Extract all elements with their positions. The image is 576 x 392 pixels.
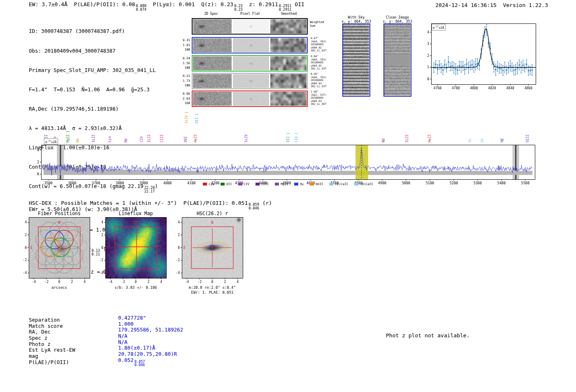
legend-label: Lyα [209,182,214,186]
legend-item: (H)CaII [354,182,373,186]
strip-right-annotations: 0.67" (664, 353) 20180409 v004_02 302_LL… [311,37,326,53]
hsc-mag-caption: m:20.8 re:2.0" s:0.4" [189,285,236,290]
hsc-image-canvas [170,215,247,285]
legend-item: CIII [255,182,269,186]
table-row: P(LAE)/P(OII)0.0520.0570.046 [29,359,183,365]
legend-swatch [203,183,207,186]
legend-label: Hγ [300,182,304,186]
cleanimage-frame [383,23,411,97]
legend-item: MgII [275,182,288,186]
cutout-2dspec-image [193,38,232,52]
cutout-smoothed-image [270,92,307,106]
info-line-seeing: F=1.4" T=0.153 N̄=1.06 A=0.96 ḡ=25.3 [29,86,158,93]
info-line-obs: Obs: 20180409v004_3000748387 [29,48,158,54]
legend-label: HeII [316,182,323,186]
strip-left-values: 0.24 1.56 188 [178,56,190,70]
cutout-2dspec-image [193,74,232,88]
spectrum-legend: LyαOIICIVCIIIMgIIHγHeII(K)CaII(H)CaII [41,182,535,186]
table-row: mag20.78(20.75,20.80)R [29,353,183,359]
hsc-ewr-caption: EWr: 1. PLAE: 0.051 [191,290,234,295]
cutout-row-fiber-2 [192,55,308,72]
strip-left-values: 0.21 1.73 188 [178,74,190,88]
cleanimage-title: Clean Image [386,15,409,19]
legend-item: Lyα [203,182,214,186]
cleanimage-coords: x, y: 664, 353 [383,19,412,23]
info-line-primary: Primary Spec_Slot_IFU_AMP: 302_035_041_L… [29,67,158,74]
legend-item: (K)CaII [329,182,348,186]
info-line-id: ID: 3000748387 (3000748387.pdf) [29,28,158,35]
cutout-2dspec-image [193,56,232,70]
weighted-sum-label: Weighted Sum [310,21,324,28]
column-title-smoothed: Smoothed [281,12,297,16]
cutout-row-fiber-3 [192,73,308,89]
cutout-smoothed-image [270,74,307,88]
legend-swatch [329,183,333,186]
cutout-pixelflat-image [233,19,269,33]
withsky-coords: x, y: 664, 353 [341,19,371,23]
timestamp-version: 2024-12-14 16:36:15 Version 1.22.3 [435,2,548,8]
table-row: Separation0.427728" [29,317,183,323]
cutout-smoothed-image [270,38,307,52]
spectral-line-label: SiIV } [185,111,189,123]
withsky-title: With Sky [348,15,365,19]
legend-swatch [294,183,298,186]
info-line-radec: RA,Dec (179.295746,51.189198) [29,106,158,112]
legend-swatch [354,183,358,186]
hsc-dex-match-line: HSC-DEX : Possible Matches = 1 (within +… [29,200,272,210]
table-row: RA, Dec179.295586, 51.189262 [29,329,183,335]
cutout-pixelflat-image [233,56,269,70]
legend-label: CIV [244,182,250,186]
legend-item: Hγ [294,182,304,186]
legend-swatch [221,183,225,186]
catalog-match-table: Separation0.427728" Match score1.000 RA,… [29,317,183,365]
zoom-spectrum-plot [424,20,539,93]
strip-right-annotations: 0.84" (664, 353) 20180409 v004_01 302_LL… [311,55,326,71]
column-title-pixel-flat: Pixel Flat [240,12,260,16]
legend-swatch [255,183,260,186]
summary-header-line: EW: 3.7±0.4Å P(LAE)/P(OII): 0.080.0880.0… [29,1,304,11]
cutout-smoothed-image [270,19,307,33]
cutout-pixelflat-image [233,74,269,88]
photz-note: Phot z plot not available. [386,332,470,339]
legend-swatch [238,183,242,186]
strip-right-annotations: 1.60" (661, 537) 20180409 v004_03 302_LL… [311,90,326,106]
cutout-row-fiber-4 [192,90,308,107]
withsky-image [343,24,369,95]
spectral-line-label: OII } [195,114,199,123]
cutout-smoothed-image [270,56,307,70]
table-row: Spec zN/A [29,335,183,341]
cutout-row-weighted-sum [192,18,308,35]
legend-label: (K)CaII [335,182,348,186]
withsky-frame [342,23,370,97]
legend-swatch [310,183,314,186]
column-title-2d-spec: 2D Spec [204,12,218,16]
legend-label: OII [226,182,232,186]
legend-swatch [275,183,279,186]
strip-left-values: 0.06 2.02 168 [178,91,190,106]
table-row: Photo zN/A [29,341,183,347]
info-line-lambda: λ = 4813.14Å σ = 2.93(±0.32)Å [29,125,158,132]
cutout-pixelflat-image [233,38,269,52]
lineflux-sb-caption: s/b: 3.83 +/- 0.106 [115,285,157,290]
legend-item: CIV [238,182,250,186]
legend-item: HeII [310,182,323,186]
fiber-positions-canvas [16,215,94,285]
zoom-unit-label: e-17x2Å [432,24,446,30]
legend-label: MgII [281,182,288,186]
legend-item: OII [221,182,232,186]
lineflux-map-canvas [93,215,170,285]
strip-right-annotations: 0.95" (664, 353) 20180409 v004_03 302_LL… [311,73,326,88]
cutout-2dspec-image [193,19,232,33]
legend-label: CIII [261,182,269,186]
cutout-pixelflat-image [233,92,269,106]
main-unit-label: e-17x2Å [44,138,58,145]
cutout-row-fiber-1 [192,37,308,53]
legend-label: (H)CaII [360,182,373,186]
arcsecs-label: arcsecs [51,285,67,290]
strip-left-values: 0.31 1.01 188 [178,38,190,52]
main-spectrum-plot [24,139,538,188]
cutout-2dspec-image [193,92,232,106]
cleanimage-image [384,24,410,95]
